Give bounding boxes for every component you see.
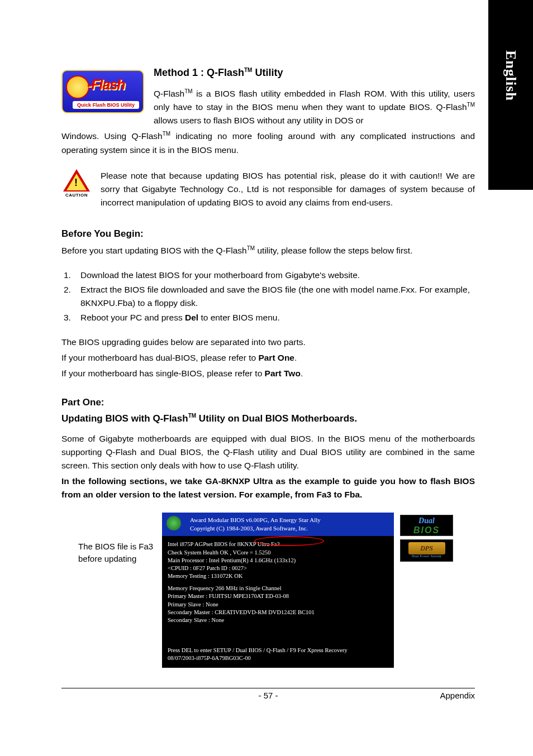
part-one-para2: In the following sections, we take GA-8K… bbox=[61, 475, 475, 501]
bios-line: Memory Frequency 266 MHz in Single Chann… bbox=[168, 585, 388, 592]
before-heading: Before You Begin: bbox=[61, 228, 475, 240]
bios-top-line1: Award Modular BIOS v6.00PG, An Energy St… bbox=[190, 516, 394, 524]
caution-block: ! CAUTION Please note that because updat… bbox=[61, 169, 475, 212]
before-intro: Before you start updating BIOS with the … bbox=[61, 244, 475, 257]
part-one-para1: Some of Gigabyte motherboards are equipp… bbox=[61, 432, 475, 472]
method-paragraph-2: Windows. Using Q-FlashTM indicating no m… bbox=[61, 130, 475, 156]
bios-footer-line1: Press DEL to enter SETUP / Dual BIOS / Q… bbox=[168, 647, 388, 654]
guide-line-2: If your motherboard has dual-BIOS, pleas… bbox=[61, 351, 475, 365]
page-footer: - 57 - Appendix bbox=[61, 688, 475, 700]
bios-line: Secondary Master : CREATIVEDVD-RM DVD124… bbox=[168, 609, 388, 616]
part-one-subheading: Updating BIOS with Q-FlashTM Utility on … bbox=[61, 413, 475, 424]
logo-sub-text: Quick Flash BIOS Utility bbox=[73, 101, 139, 109]
part-one-heading: Part One: bbox=[61, 397, 475, 408]
bios-top-line2: Copyright (C) 1984-2003, Award Software,… bbox=[190, 524, 394, 533]
logo-main-text: -Flash bbox=[87, 76, 125, 93]
steps-list: 1.Download the latest BIOS for your moth… bbox=[64, 269, 475, 324]
bios-line: Memory Testing : 131072K OK bbox=[168, 572, 388, 580]
bios-line: Secondary Slave : None bbox=[168, 616, 388, 624]
bios-line: Primary Master : FUJITSU MPE3170AT ED-03… bbox=[168, 592, 388, 600]
bios-line: Main Processor : Intel Pentium(R) 4 1.6G… bbox=[168, 557, 388, 564]
guide-line-3: If your motherboard has single-BIOS, ple… bbox=[61, 367, 475, 380]
caution-text: Please note that because updating BIOS h… bbox=[61, 169, 475, 209]
epa-logo-icon bbox=[166, 516, 181, 530]
bios-line: <CPUID : 0F27 Patch ID : 0027> bbox=[168, 564, 388, 572]
bios-line: Check System Health OK , VCore = 1.5250 bbox=[168, 549, 388, 557]
step-3: 3.Reboot your PC and press Del to enter … bbox=[64, 311, 475, 324]
page-content: -Flash Quick Flash BIOS Utility Method 1… bbox=[61, 67, 475, 668]
language-label: English bbox=[502, 50, 519, 101]
bios-line: Primary Slave : None bbox=[168, 601, 388, 609]
language-sidebar: English bbox=[488, 0, 533, 190]
step-2: 2.Extract the BIOS file downloaded and s… bbox=[64, 283, 475, 310]
bios-footer-line2: 08/07/2003-i875P-6A79BG03C-00 bbox=[168, 654, 388, 662]
section-name: Appendix bbox=[440, 691, 475, 700]
qflash-logo: -Flash Quick Flash BIOS Utility bbox=[61, 70, 145, 117]
bios-screenshot-wrap: The BIOS file is Fa3 before updating Awa… bbox=[61, 513, 475, 668]
bios-caption: The BIOS file is Fa3 before updating bbox=[78, 540, 168, 566]
guide-line-1: The BIOS upgrading guides below are sepa… bbox=[61, 336, 475, 349]
dual-bios-logo: DualBIOS bbox=[400, 515, 453, 536]
page-number: - 57 - bbox=[258, 691, 278, 700]
annotation-circle bbox=[254, 536, 324, 546]
bios-screen: Award Modular BIOS v6.00PG, An Energy St… bbox=[162, 513, 394, 668]
dps-logo: DPS Dual Power System bbox=[400, 539, 453, 562]
caution-icon: ! CAUTION bbox=[61, 169, 92, 198]
step-1: 1.Download the latest BIOS for your moth… bbox=[64, 269, 475, 282]
